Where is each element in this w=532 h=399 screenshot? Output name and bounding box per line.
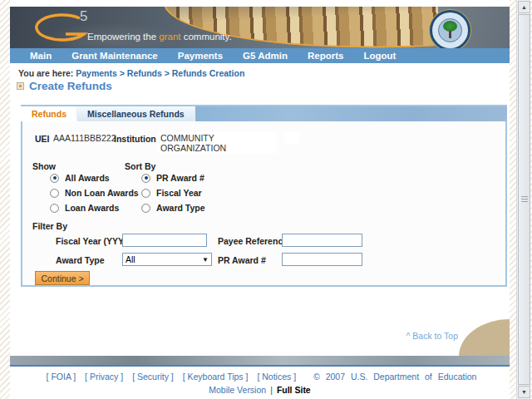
- nav-item-payments[interactable]: Payments: [178, 51, 223, 61]
- refunds-panel: Refunds Miscellaneous Refunds UEI AAA111…: [21, 106, 507, 287]
- nav-item-g5-admin[interactable]: G5 Admin: [243, 51, 288, 61]
- scrollbar-thumb[interactable]: [518, 14, 530, 385]
- department-of-education-seal-icon: [430, 10, 470, 48]
- filter-by-label: Filter By: [32, 221, 67, 231]
- footer-site-version: Mobile Version|Full Site: [10, 385, 510, 395]
- fiscal-year-input[interactable]: [122, 234, 207, 247]
- scrollbar-down-icon[interactable]: ▼: [518, 386, 530, 398]
- radio-loan-awards[interactable]: Loan Awards: [50, 203, 119, 213]
- footer-divider-bar: [10, 356, 510, 367]
- tagline: Empowering the grant community.: [87, 32, 232, 42]
- page-content: 5 Empowering the grant community. Main G…: [10, 0, 510, 399]
- footer-links: [ FOIA ] [ Privacy ] [ Security ] [ Keyb…: [10, 372, 510, 382]
- breadcrumb-path[interactable]: Payments > Refunds > Refunds Creation: [76, 68, 244, 78]
- header-banner: 5 Empowering the grant community.: [10, 7, 510, 48]
- radio-button-icon[interactable]: [141, 204, 150, 213]
- institution-name-extra-box: [284, 132, 299, 145]
- payee-reference-label: Payee Reference: [218, 236, 288, 246]
- tagline-grant-highlight: grant: [159, 32, 180, 42]
- radio-button-icon[interactable]: [50, 204, 59, 213]
- award-type-label: Award Type: [56, 255, 105, 265]
- show-group-label: Show: [32, 161, 56, 171]
- tab-refunds[interactable]: Refunds: [21, 106, 77, 121]
- nav-item-grant-maintenance[interactable]: Grant Maintenance: [71, 51, 158, 61]
- pr-award-label: PR Award #: [218, 255, 266, 265]
- radio-button-icon[interactable]: [50, 174, 59, 183]
- nav-item-reports[interactable]: Reports: [308, 51, 343, 61]
- radio-all-awards[interactable]: All Awards: [50, 173, 110, 183]
- copyright-text: © 2007 U.S. Department of Education: [313, 372, 476, 382]
- radio-pr-award[interactable]: PR Award #: [141, 173, 204, 183]
- mobile-version-link[interactable]: Mobile Version: [209, 385, 266, 395]
- radio-button-icon[interactable]: [141, 189, 150, 198]
- footer-link-security[interactable]: [ Security ]: [132, 372, 174, 382]
- logo-5: 5: [80, 8, 88, 25]
- uei-value: AAA111BBB222: [51, 132, 119, 144]
- back-to-top-link[interactable]: ^ Back to Top: [406, 331, 458, 341]
- radio-non-loan-awards[interactable]: Non Loan Awards: [50, 188, 139, 198]
- scrollbar-grip-icon: [521, 196, 528, 203]
- continue-button[interactable]: Continue >: [35, 271, 90, 285]
- tab-miscellaneous-refunds[interactable]: Miscellaneous Refunds: [77, 106, 195, 121]
- nav-item-logout[interactable]: Logout: [363, 51, 396, 61]
- footer-link-privacy[interactable]: [ Privacy ]: [85, 372, 123, 382]
- footer-link-keyboard-tips[interactable]: [ Keyboard Tips ]: [183, 372, 249, 382]
- classroom-corner-image: [459, 319, 510, 357]
- institution-name-value: COMMUNITY ORGANIZATION: [158, 132, 276, 154]
- payee-reference-input[interactable]: [282, 234, 362, 247]
- tab-strip: Refunds Miscellaneous Refunds: [21, 105, 507, 121]
- radio-button-icon[interactable]: [141, 174, 150, 183]
- sort-by-group-label: Sort By: [125, 161, 155, 171]
- nav-item-main[interactable]: Main: [30, 51, 52, 61]
- award-type-select[interactable]: All ▼: [122, 253, 212, 266]
- radio-fiscal-year[interactable]: Fiscal Year: [141, 188, 202, 198]
- main-navigation: Main Grant Maintenance Payments G5 Admin…: [10, 48, 510, 63]
- radio-button-icon[interactable]: [50, 189, 59, 198]
- scrollbar[interactable]: ▲ ▼: [516, 0, 530, 399]
- dropdown-arrow-icon: ▼: [202, 256, 209, 264]
- fiscal-year-label: Fiscal Year (YYYY): [56, 236, 133, 246]
- footer-separator: |: [270, 385, 273, 395]
- radio-award-type[interactable]: Award Type: [141, 203, 205, 213]
- footer-link-notices[interactable]: [ Notices ]: [257, 372, 296, 382]
- breadcrumb: You are here: Payments > Refunds > Refun…: [18, 68, 244, 78]
- footer-link-foia[interactable]: [ FOIA ]: [47, 372, 76, 382]
- uei-label: UEI: [35, 134, 50, 144]
- pr-award-input[interactable]: [282, 253, 362, 266]
- section-bullet-icon: [17, 82, 24, 90]
- full-site-link[interactable]: Full Site: [277, 385, 311, 395]
- page-title: Create Refunds: [17, 80, 112, 92]
- scrollbar-up-icon[interactable]: ▲: [518, 1, 530, 13]
